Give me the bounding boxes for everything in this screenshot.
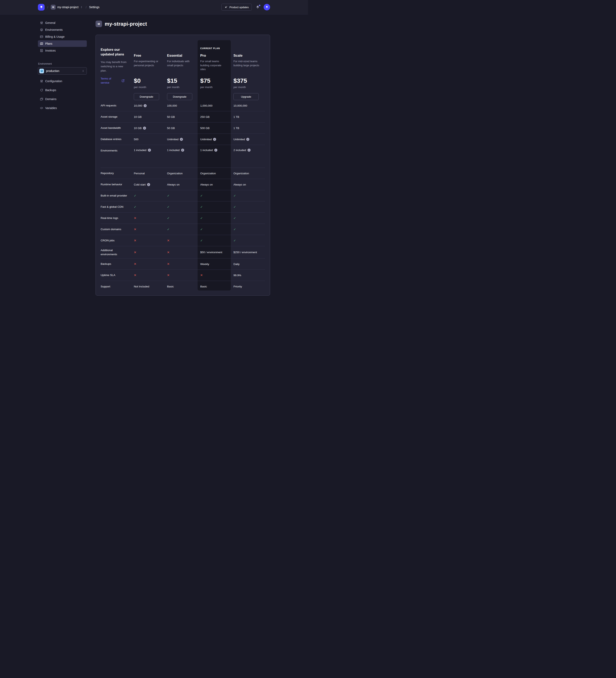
explore-plans-block: Explore our updated plans You may benefi… [100,40,131,100]
plan-column-essential: Essential For individuals with small pro… [164,40,198,100]
info-icon[interactable] [181,149,184,152]
terms-of-service-link[interactable]: Terms of service [100,77,115,85]
explore-title: Explore our updated plans [100,47,125,57]
plan-period: per month [134,86,161,89]
current-plan-label: CURRENT PLAN [200,47,220,49]
cell-value: Basic [167,285,174,288]
code-icon [40,106,43,110]
table-row: Additional environments ✕ ✕ $50 / enviro… [100,246,265,259]
environment-select[interactable]: production [38,67,87,75]
sidebar-item-label: Billing & Usage [45,35,65,38]
cross-icon: ✕ [134,216,136,220]
table-row: Built-in email provider ✓ ✓ ✓ ✓ [100,190,265,201]
sidebar-item-domains[interactable]: Domains [38,96,87,102]
cross-icon: ✕ [134,227,136,231]
info-icon[interactable] [143,104,147,107]
plan-period: per month [167,86,194,89]
sidebar-item-plans[interactable]: Plans [38,40,87,47]
plan-comparison-table: API requests 10,000 100,000 1,000,000 10… [100,100,265,292]
plan-price: $0 [134,77,161,84]
cell-value: Organization [167,172,183,175]
feature-label: CRON jobs [100,236,131,244]
breadcrumb-project-switcher[interactable]: M my-strapi-project [51,5,83,9]
info-icon[interactable] [143,126,146,130]
check-icon: ✓ [234,205,236,209]
info-icon[interactable] [147,183,150,186]
check-icon: ✓ [167,227,170,231]
info-icon[interactable] [247,149,251,152]
check-icon: ✓ [234,194,236,197]
sidebar-item-label: General [45,21,55,25]
cell-value: 1 TB [234,126,239,130]
table-row: Uptime SLA ✕ ✕ ✕ 99.9% [100,270,265,281]
strapi-logo[interactable] [38,4,45,11]
product-updates-button[interactable]: Product updates [221,4,252,11]
sidebar-item-configuration[interactable]: Configuration [38,78,87,84]
table-row: API requests 10,000 100,000 1,000,000 10… [100,100,265,111]
sidebar-item-general[interactable]: General [38,20,87,26]
cell-value: 1 included [200,149,213,152]
notifications-bell-button[interactable] [255,5,260,9]
feature-label: Runtime behavior [100,180,131,189]
check-icon: ✓ [134,205,136,209]
info-icon[interactable] [246,138,249,141]
check-icon: ✓ [234,227,236,231]
downgrade-button[interactable]: Downgrade [134,93,159,100]
cross-icon: ✕ [200,273,203,277]
check-icon: ✓ [200,216,203,220]
feature-label: Built-in email provider [100,192,131,200]
top-navigation-bar: / M my-strapi-project / Settings Product… [0,0,308,14]
sidebar-item-variables[interactable]: Variables [38,105,87,111]
cell-value: Basic [200,285,207,288]
info-icon[interactable] [148,149,151,152]
cross-icon: ✕ [167,273,170,277]
sliders-icon [40,21,43,25]
page-header: M my-strapi-project [95,21,270,27]
plan-name: Scale [234,53,261,58]
cell-value: Daily [234,263,240,266]
feature-label: Asset storage [100,113,131,121]
info-icon[interactable] [180,138,183,141]
plan-price: $75 [200,77,227,84]
check-icon: ✓ [234,239,236,242]
sidebar-item-label: Invoices [45,49,55,52]
info-icon[interactable] [214,149,217,152]
product-updates-label: Product updates [230,6,249,9]
feature-label: Support [100,282,131,291]
cell-value: 50 GB [167,126,175,130]
user-avatar[interactable] [263,4,270,10]
cell-value: 250 GB [200,115,210,118]
upgrade-button[interactable]: Upgrade [234,93,259,100]
cell-value: 1 included [167,149,180,152]
sidebar-item-backups[interactable]: Backups [38,87,87,93]
feature-label: Fast & global CDN [100,203,131,211]
sidebar-item-invoices[interactable]: Invoices [38,47,87,54]
cell-value: 1,000,000 [200,104,212,107]
plan-period: per month [200,86,227,89]
cell-value: 2 included [234,149,246,152]
table-row: Support Not Included Basic Basic Priorit… [100,281,265,292]
cell-value: $50 / environment [200,251,222,254]
check-icon: ✓ [167,216,170,220]
table-row: Database entries 500 Unlimited Unlimited… [100,134,265,145]
check-icon: ✓ [200,239,203,242]
cell-value: Not Included [134,285,149,288]
feature-label: Backups [100,260,131,268]
info-icon[interactable] [213,138,216,141]
page-title: my-strapi-project [105,21,147,27]
feature-label: Environments [100,145,131,155]
downgrade-button[interactable]: Downgrade [167,93,192,100]
sidebar-item-environments[interactable]: Environments [38,27,87,33]
breadcrumb-section[interactable]: Settings [89,5,99,9]
plan-name: Free [134,53,161,58]
table-row: Fast & global CDN ✓ ✓ ✓ ✓ [100,201,265,213]
cell-value: 10 GB [134,115,141,118]
plans-header: Explore our updated plans You may benefi… [100,35,265,100]
cell-value: 99.9% [234,274,241,277]
chevron-up-down-icon [82,69,85,73]
cross-icon: ✕ [134,239,136,242]
sidebar-item-billing-usage[interactable]: Billing & Usage [38,33,87,40]
table-row: Asset bandwidth 10 GB 50 GB 500 GB 1 TB [100,122,265,134]
check-icon: ✓ [200,205,203,209]
check-icon: ✓ [134,194,136,197]
